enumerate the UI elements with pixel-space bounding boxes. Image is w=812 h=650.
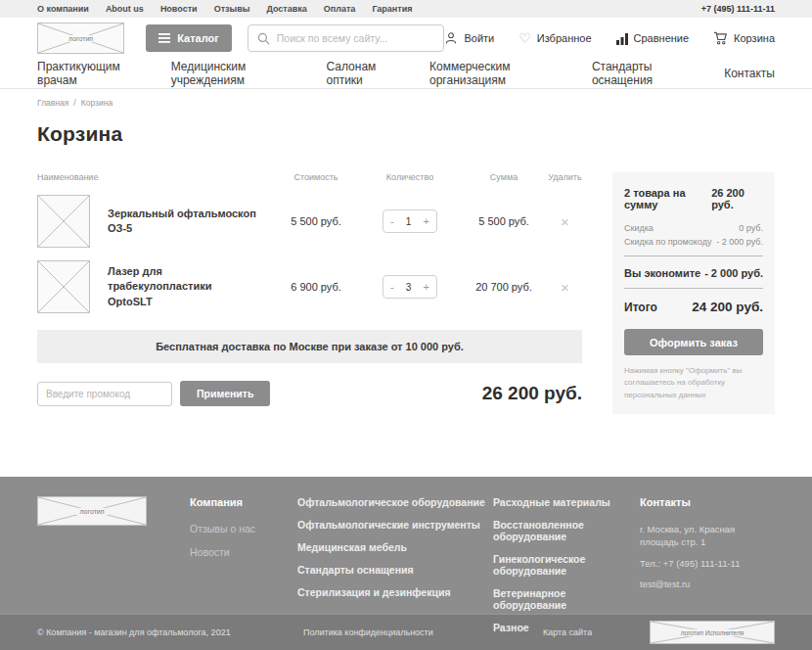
promo-discount-label: Скидка по промокоду bbox=[624, 237, 711, 247]
executor-logo-label: логотип Исполнителя bbox=[678, 629, 747, 636]
col-name: Наименование bbox=[37, 172, 272, 182]
total-label: Итого bbox=[624, 301, 657, 314]
product-name[interactable]: Лазер для трабекулопластики OptoSLT bbox=[108, 264, 272, 309]
search-box bbox=[248, 24, 445, 52]
total-value: 24 200 руб. bbox=[692, 300, 763, 314]
topbar-link-warranty[interactable]: Гарантия bbox=[372, 4, 412, 14]
delete-item-button[interactable]: × bbox=[548, 279, 582, 296]
product-name[interactable]: Зеркальный офтальмоскоп ОЗ-5 bbox=[108, 207, 272, 237]
cart-button[interactable]: Корзина bbox=[713, 31, 775, 45]
main-nav: Практикующим врачам Медицинским учрежден… bbox=[0, 59, 812, 89]
col-sum: Сумма bbox=[460, 172, 548, 182]
cart-page: О компании About us Новости Отзывы Доста… bbox=[0, 0, 812, 650]
footer-link-medical-furniture[interactable]: Медицинская мебель bbox=[297, 541, 493, 553]
footer-link-news[interactable]: Новости bbox=[190, 546, 297, 558]
quantity-stepper: - 1 + bbox=[383, 209, 437, 233]
breadcrumb-separator: / bbox=[73, 98, 75, 108]
promo-discount-value: - 2 000 руб. bbox=[716, 237, 763, 247]
apply-promo-button[interactable]: Применить bbox=[180, 381, 270, 406]
sitemap-link[interactable]: Карта сайта bbox=[543, 627, 650, 637]
qty-plus-button[interactable]: + bbox=[424, 282, 429, 293]
hamburger-icon bbox=[158, 33, 170, 43]
qty-minus-button[interactable]: - bbox=[390, 282, 394, 293]
nav-commercial[interactable]: Коммерческим организациям bbox=[429, 60, 564, 87]
breadcrumb: Главная / Корзина bbox=[37, 89, 775, 108]
heart-icon: ♡ bbox=[519, 31, 531, 45]
checkout-button[interactable]: Оформить заказ bbox=[624, 329, 763, 355]
header: логотип Каталог Войти bbox=[0, 18, 812, 59]
bar-chart-icon bbox=[616, 32, 628, 45]
footer-company-column: Компания Отзывы о нас Новости bbox=[190, 496, 297, 614]
compare-button[interactable]: Сравнение bbox=[616, 32, 690, 45]
nav-practitioners[interactable]: Практикующим врачам bbox=[37, 60, 143, 87]
copyright: © Компания - магазин для офтальмолога, 2… bbox=[37, 627, 303, 637]
login-label: Войти bbox=[464, 32, 494, 44]
savings-value: - 2 000 руб. bbox=[704, 267, 763, 279]
executor-logo: логотип Исполнителя bbox=[650, 621, 775, 644]
person-icon bbox=[444, 31, 458, 45]
nav-standards[interactable]: Стандарты оснащения bbox=[592, 60, 696, 87]
topbar-link-about-us[interactable]: About us bbox=[106, 4, 144, 14]
cart-grand-total: 26 200 руб. bbox=[482, 383, 582, 404]
footer-catalog-column-2: Расходные материалы Восстановленное обор… bbox=[493, 496, 640, 614]
product-image-placeholder bbox=[37, 195, 90, 248]
favorites-button[interactable]: ♡ Избранное bbox=[519, 31, 591, 45]
site-logo[interactable]: логотип bbox=[37, 23, 124, 54]
delete-item-button[interactable]: × bbox=[548, 213, 582, 230]
breadcrumb-current: Корзина bbox=[81, 98, 113, 108]
qty-plus-button[interactable]: + bbox=[424, 216, 429, 227]
product-sum: 5 500 руб. bbox=[460, 215, 548, 227]
footer: логотип Компания Отзывы о нас Новости Оф… bbox=[0, 477, 812, 650]
footer-link-gynecological[interactable]: Гинекологическое оборудование bbox=[493, 553, 640, 577]
nav-optics-salons[interactable]: Салонам оптики bbox=[326, 60, 401, 87]
header-actions: Войти ♡ Избранное Сравнение bbox=[444, 31, 775, 45]
logo-label: логотип bbox=[66, 35, 96, 42]
topbar-link-news[interactable]: Новости bbox=[160, 4, 198, 14]
topbar-link-reviews[interactable]: Отзывы bbox=[214, 4, 250, 14]
topbar-link-payment[interactable]: Оплата bbox=[324, 4, 356, 14]
col-delete: Удалить bbox=[548, 172, 582, 182]
footer-link-ophthalmic-equipment[interactable]: Офтальмологическое оборудование bbox=[297, 496, 493, 508]
search-input[interactable] bbox=[277, 32, 435, 44]
privacy-policy-link[interactable]: Политика конфиденциальности bbox=[303, 627, 543, 637]
footer-link-consumables[interactable]: Расходные материалы bbox=[493, 496, 640, 508]
product-price: 6 900 руб. bbox=[272, 281, 360, 293]
footer-contacts-title: Контакты bbox=[640, 496, 775, 508]
free-shipping-banner: Бесплатная доставка по Москве при заказе… bbox=[37, 330, 582, 363]
cart-icon bbox=[713, 31, 728, 45]
footer-link-reviews[interactable]: Отзывы о нас bbox=[190, 523, 297, 534]
topbar-link-delivery[interactable]: Доставка bbox=[266, 4, 306, 14]
image-placeholder-cross bbox=[38, 196, 89, 247]
nav-contacts[interactable]: Контакты bbox=[724, 67, 775, 80]
promo-code-input[interactable] bbox=[37, 382, 172, 406]
footer-logo: логотип bbox=[37, 496, 147, 526]
login-button[interactable]: Войти bbox=[444, 31, 494, 45]
footer-company-title: Компания bbox=[190, 496, 297, 508]
topbar: О компании About us Новости Отзывы Доста… bbox=[0, 0, 812, 18]
footer-link-refurbished[interactable]: Восстановленное оборудование bbox=[493, 519, 640, 542]
compare-label: Сравнение bbox=[634, 32, 690, 44]
page-title: Корзина bbox=[37, 122, 775, 146]
footer-phone: Тел.: +7 (495) 111-11-11 bbox=[640, 557, 767, 570]
footer-catalog-column-1: Офтальмологическое оборудование Офтальмо… bbox=[297, 496, 493, 614]
discount-label: Скидка bbox=[624, 223, 654, 233]
topbar-link-about[interactable]: О компании bbox=[37, 4, 89, 14]
footer-link-equipment-standards[interactable]: Стандарты оснащения bbox=[297, 564, 493, 576]
catalog-button-label: Каталог bbox=[177, 32, 219, 44]
footer-link-sterilization[interactable]: Стерилизация и дезинфекция bbox=[297, 586, 493, 598]
summary-items-value: 26 200 руб. bbox=[711, 187, 763, 210]
catalog-button[interactable]: Каталог bbox=[146, 24, 232, 52]
footer-email[interactable]: test@test.ru bbox=[640, 579, 690, 589]
content: Главная / Корзина Корзина Наименование С… bbox=[0, 89, 812, 477]
breadcrumb-home[interactable]: Главная bbox=[37, 98, 68, 108]
footer-main: логотип Компания Отзывы о нас Новости Оф… bbox=[0, 477, 812, 614]
nav-institutions[interactable]: Медицинским учреждениям bbox=[171, 60, 298, 87]
footer-contacts-column: Контакты г. Москва, ул. Красная площадь … bbox=[640, 496, 775, 614]
topbar-phone: +7 (495) 111-11-11 bbox=[701, 4, 775, 14]
qty-value: 3 bbox=[406, 282, 412, 293]
footer-link-ophthalmic-instruments[interactable]: Офтальмологические инструменты bbox=[297, 519, 493, 531]
qty-minus-button[interactable]: - bbox=[390, 216, 394, 227]
cart-table: Наименование Стоимость Количество Сумма … bbox=[37, 172, 582, 406]
footer-link-veterinary[interactable]: Ветеринарное оборудование bbox=[493, 587, 640, 611]
summary-divider bbox=[624, 255, 763, 256]
